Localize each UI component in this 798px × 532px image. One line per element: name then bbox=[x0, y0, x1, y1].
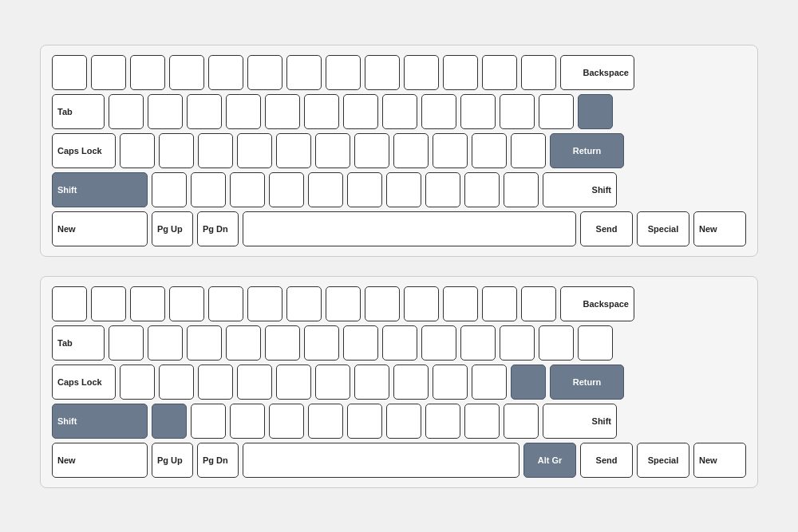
key-k62[interactable] bbox=[152, 172, 187, 207]
key-m41[interactable]: Caps Lock bbox=[52, 365, 116, 400]
key-k4[interactable] bbox=[169, 55, 204, 90]
key-m69[interactable] bbox=[425, 404, 460, 439]
key-k21[interactable]: Tab bbox=[52, 94, 105, 129]
key-m3[interactable] bbox=[130, 286, 165, 321]
key-m61[interactable]: Shift bbox=[52, 404, 148, 439]
key-m23[interactable] bbox=[148, 325, 183, 361]
key-m51[interactable] bbox=[472, 365, 507, 400]
key-m25[interactable] bbox=[226, 325, 261, 361]
key-m12[interactable] bbox=[482, 286, 517, 321]
key-k30[interactable] bbox=[421, 94, 456, 129]
key-m14[interactable]: Backspace bbox=[560, 286, 634, 321]
key-m62[interactable] bbox=[152, 404, 187, 439]
key-k13[interactable] bbox=[521, 55, 556, 90]
key-m50[interactable] bbox=[433, 365, 468, 400]
key-k42[interactable] bbox=[120, 133, 155, 168]
key-m34[interactable] bbox=[578, 325, 613, 361]
key-k1[interactable] bbox=[52, 55, 87, 90]
key-k43[interactable] bbox=[159, 133, 194, 168]
key-m26[interactable] bbox=[265, 325, 300, 361]
key-m33[interactable] bbox=[539, 325, 574, 361]
key-k53[interactable]: Return bbox=[550, 133, 624, 168]
key-m53[interactable]: Return bbox=[550, 365, 624, 400]
key-m10[interactable] bbox=[404, 286, 439, 321]
key-k27[interactable] bbox=[304, 94, 339, 129]
key-m13[interactable] bbox=[521, 286, 556, 321]
key-m45[interactable] bbox=[237, 365, 272, 400]
key-m70[interactable] bbox=[464, 404, 500, 439]
key-m22[interactable] bbox=[109, 325, 144, 361]
key-k22[interactable] bbox=[109, 94, 144, 129]
key-m52[interactable] bbox=[511, 365, 546, 400]
key-k45[interactable] bbox=[237, 133, 272, 168]
key-m87[interactable]: Special bbox=[637, 443, 689, 478]
key-k69[interactable] bbox=[425, 172, 460, 207]
key-m81[interactable]: New bbox=[52, 443, 148, 478]
key-k48[interactable] bbox=[354, 133, 389, 168]
key-m68[interactable] bbox=[386, 404, 421, 439]
key-m28[interactable] bbox=[343, 325, 378, 361]
key-m5[interactable] bbox=[208, 286, 243, 321]
key-k81[interactable]: New bbox=[52, 211, 148, 246]
key-m48[interactable] bbox=[354, 365, 389, 400]
key-k84[interactable] bbox=[243, 211, 576, 246]
key-m46[interactable] bbox=[276, 365, 311, 400]
key-k32[interactable] bbox=[500, 94, 535, 129]
key-k68[interactable] bbox=[386, 172, 421, 207]
key-m44[interactable] bbox=[198, 365, 233, 400]
key-k47[interactable] bbox=[315, 133, 350, 168]
key-m49[interactable] bbox=[393, 365, 429, 400]
key-m88[interactable]: New bbox=[693, 443, 746, 478]
key-k72[interactable]: Shift bbox=[543, 172, 617, 207]
key-m2[interactable] bbox=[91, 286, 126, 321]
key-k11[interactable] bbox=[443, 55, 478, 90]
key-m1[interactable] bbox=[52, 286, 87, 321]
key-k44[interactable] bbox=[198, 133, 233, 168]
key-k26[interactable] bbox=[265, 94, 300, 129]
key-m65[interactable] bbox=[269, 404, 304, 439]
key-k34[interactable] bbox=[578, 94, 613, 129]
key-m43[interactable] bbox=[159, 365, 194, 400]
key-m9[interactable] bbox=[365, 286, 400, 321]
key-k67[interactable] bbox=[347, 172, 382, 207]
key-m11[interactable] bbox=[443, 286, 478, 321]
key-k52[interactable] bbox=[511, 133, 546, 168]
key-k24[interactable] bbox=[187, 94, 222, 129]
key-k51[interactable] bbox=[472, 133, 507, 168]
key-k64[interactable] bbox=[230, 172, 265, 207]
key-k7[interactable] bbox=[286, 55, 322, 90]
key-k10[interactable] bbox=[404, 55, 439, 90]
key-k41[interactable]: Caps Lock bbox=[52, 133, 116, 168]
key-k3[interactable] bbox=[130, 55, 165, 90]
key-k8[interactable] bbox=[326, 55, 361, 90]
key-m31[interactable] bbox=[460, 325, 496, 361]
key-k65[interactable] bbox=[269, 172, 304, 207]
key-m64[interactable] bbox=[230, 404, 265, 439]
key-m30[interactable] bbox=[421, 325, 456, 361]
key-k2[interactable] bbox=[91, 55, 126, 90]
key-k31[interactable] bbox=[460, 94, 496, 129]
key-m83[interactable]: Pg Dn bbox=[197, 443, 239, 478]
key-m42[interactable] bbox=[120, 365, 155, 400]
key-k86[interactable]: Special bbox=[637, 211, 689, 246]
key-k83[interactable]: Pg Dn bbox=[197, 211, 239, 246]
key-m72[interactable]: Shift bbox=[543, 404, 617, 439]
key-m84[interactable] bbox=[243, 443, 519, 478]
key-m6[interactable] bbox=[247, 286, 282, 321]
key-k33[interactable] bbox=[539, 94, 574, 129]
key-m32[interactable] bbox=[500, 325, 535, 361]
key-m4[interactable] bbox=[169, 286, 204, 321]
key-k23[interactable] bbox=[148, 94, 183, 129]
key-k66[interactable] bbox=[308, 172, 343, 207]
key-k12[interactable] bbox=[482, 55, 517, 90]
key-k63[interactable] bbox=[191, 172, 226, 207]
key-m27[interactable] bbox=[304, 325, 339, 361]
key-k14[interactable]: Backspace bbox=[560, 55, 634, 90]
key-k85[interactable]: Send bbox=[580, 211, 633, 246]
key-k70[interactable] bbox=[464, 172, 500, 207]
key-m71[interactable] bbox=[504, 404, 539, 439]
key-k29[interactable] bbox=[382, 94, 417, 129]
key-k46[interactable] bbox=[276, 133, 311, 168]
key-k82[interactable]: Pg Up bbox=[152, 211, 193, 246]
key-m24[interactable] bbox=[187, 325, 222, 361]
